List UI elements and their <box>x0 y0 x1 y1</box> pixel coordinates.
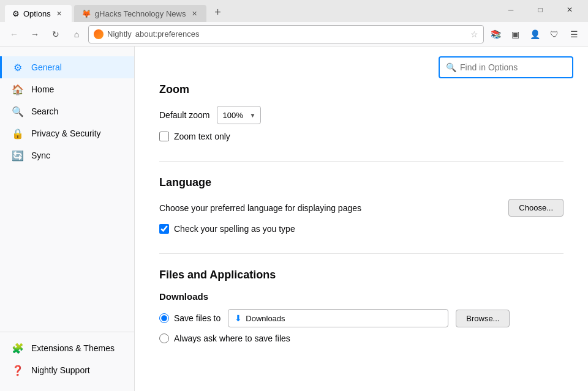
save-files-row: Save files to ⬇ Downloads Browse... <box>159 309 564 327</box>
section-divider-2 <box>159 253 564 254</box>
downloads-path-text: Downloads <box>246 314 285 323</box>
browse-button[interactable]: Browse... <box>456 310 510 327</box>
choose-language-button[interactable]: Choose... <box>508 199 564 217</box>
home-button[interactable]: ⌂ <box>67 25 86 43</box>
extensions-icon: 🧩 <box>12 342 24 354</box>
save-files-radio-row: Save files to <box>159 313 221 323</box>
spell-check-row: Check your spelling as you type <box>159 224 564 234</box>
search-icon: 🔍 <box>12 105 24 117</box>
language-section-title: Language <box>159 176 564 189</box>
close-tab-options[interactable]: ✕ <box>55 9 64 18</box>
close-window-button[interactable]: ✕ <box>556 1 583 19</box>
downloads-path-input: ⬇ Downloads <box>228 309 448 327</box>
bookmark-star-icon[interactable]: ☆ <box>470 29 478 39</box>
maximize-button[interactable]: □ <box>527 1 554 19</box>
title-bar: ⚙ Options ✕ 🦊 gHacks Technology News ✕ +… <box>0 0 588 22</box>
url-input[interactable] <box>135 29 467 39</box>
ghacks-tab-icon: 🦊 <box>81 9 91 18</box>
support-icon: ❓ <box>12 364 24 376</box>
nav-bar: ← → ↻ ⌂ Nightly ☆ 📚 ▣ 👤 🛡 ☰ <box>0 22 588 47</box>
zoom-text-only-row: Zoom text only <box>159 132 564 141</box>
forward-button[interactable]: → <box>26 25 44 43</box>
zoom-section: Zoom Default zoom 75% 80% 90% 100% 110% … <box>159 83 564 141</box>
zoom-section-title: Zoom <box>159 83 564 96</box>
find-in-options-bar[interactable]: 🔍 <box>439 56 573 78</box>
download-arrow-icon: ⬇ <box>235 313 242 323</box>
find-search-icon: 🔍 <box>446 62 456 72</box>
content-inner: Zoom Default zoom 75% 80% 90% 100% 110% … <box>135 83 588 387</box>
spell-check-checkbox[interactable] <box>159 224 169 234</box>
sidebar-bottom: 🧩 Extensions & Themes ❓ Nightly Support <box>0 332 134 381</box>
sidebar-item-search[interactable]: 🔍 Search <box>0 100 134 122</box>
zoom-select-control[interactable]: 75% 80% 90% 100% 110% 125% 150% 175% 200… <box>217 106 261 124</box>
tab-ghacks-label: gHacks Technology News <box>95 9 186 18</box>
content-area: 🔍 Zoom Default zoom 75% 80% 90% 100% <box>135 47 588 391</box>
zoom-text-only-label[interactable]: Zoom text only <box>174 132 230 141</box>
minimize-button[interactable]: ─ <box>497 1 524 19</box>
tab-ghacks[interactable]: 🦊 gHacks Technology News ✕ <box>74 5 207 22</box>
section-divider-1 <box>159 161 564 162</box>
sidebar-home-label: Home <box>31 84 54 94</box>
browser-name: Nightly <box>107 29 132 39</box>
menu-button[interactable]: ☰ <box>565 25 583 43</box>
tracking-protection-button[interactable]: 🛡 <box>545 25 564 43</box>
sync-icon: 🔄 <box>12 149 24 162</box>
always-ask-row: Always ask where to save files <box>159 333 564 343</box>
find-in-options-input[interactable] <box>460 62 567 72</box>
sidebar-item-sync[interactable]: 🔄 Sync <box>0 144 134 166</box>
sidebar-item-support[interactable]: ❓ Nightly Support <box>0 359 134 381</box>
sidebar-search-label: Search <box>31 106 58 116</box>
new-tab-button[interactable]: + <box>209 4 226 21</box>
sidebar-item-home[interactable]: 🏠 Home <box>0 78 134 100</box>
language-section: Language Choose your preferred language … <box>159 176 564 234</box>
close-tab-ghacks[interactable]: ✕ <box>189 9 199 18</box>
find-bar-container: 🔍 <box>135 47 588 83</box>
tab-options-label: Options <box>23 9 51 18</box>
main-layout: ⚙ General 🏠 Home 🔍 Search 🔒 Privacy & Se… <box>0 47 588 391</box>
zoom-text-only-checkbox[interactable] <box>159 132 169 141</box>
options-tab-icon: ⚙ <box>12 9 20 18</box>
downloads-subtitle: Downloads <box>159 291 564 302</box>
url-bar[interactable]: Nightly ☆ <box>88 25 484 43</box>
library-button[interactable]: 📚 <box>486 25 505 43</box>
sidebar-general-label: General <box>31 62 62 72</box>
files-section: Files and Applications Downloads Save fi… <box>159 269 564 343</box>
files-section-title: Files and Applications <box>159 269 564 281</box>
tab-options[interactable]: ⚙ Options ✕ <box>5 5 72 22</box>
zoom-select-arrow-icon: ▼ <box>249 112 255 119</box>
account-button[interactable]: 👤 <box>526 25 544 43</box>
sidebar-item-extensions[interactable]: 🧩 Extensions & Themes <box>0 337 134 359</box>
window-controls: ─ □ ✕ <box>497 1 583 19</box>
sidebar-support-label: Nightly Support <box>31 365 90 375</box>
always-ask-label[interactable]: Always ask where to save files <box>174 333 290 343</box>
spell-check-label[interactable]: Check your spelling as you type <box>174 224 295 234</box>
sidebar-toggle-button[interactable]: ▣ <box>506 25 524 43</box>
reload-button[interactable]: ↻ <box>47 25 65 43</box>
nav-right-buttons: 📚 ▣ 👤 🛡 ☰ <box>486 25 583 43</box>
default-zoom-row: Default zoom 75% 80% 90% 100% 110% 125% … <box>159 106 564 124</box>
always-ask-radio[interactable] <box>159 333 169 343</box>
general-icon: ⚙ <box>12 61 24 73</box>
language-description: Choose your preferred language for displ… <box>159 203 361 213</box>
save-files-radio[interactable] <box>159 313 169 323</box>
sidebar-item-general[interactable]: ⚙ General <box>0 56 134 78</box>
back-button[interactable]: ← <box>5 25 23 43</box>
sidebar-privacy-label: Privacy & Security <box>31 128 101 138</box>
zoom-select-dropdown[interactable]: 75% 80% 90% 100% 110% 125% 150% 175% 200… <box>222 111 246 120</box>
sidebar-sync-label: Sync <box>31 151 50 160</box>
sidebar-item-privacy[interactable]: 🔒 Privacy & Security <box>0 122 134 144</box>
home-icon: 🏠 <box>12 83 24 95</box>
lock-icon: 🔒 <box>12 127 24 140</box>
save-files-label[interactable]: Save files to <box>174 313 221 323</box>
sidebar: ⚙ General 🏠 Home 🔍 Search 🔒 Privacy & Se… <box>0 47 135 391</box>
sidebar-extensions-label: Extensions & Themes <box>31 343 115 353</box>
default-zoom-label: Default zoom <box>159 110 209 120</box>
url-favicon <box>94 29 104 39</box>
language-choose-row: Choose your preferred language for displ… <box>159 199 564 217</box>
